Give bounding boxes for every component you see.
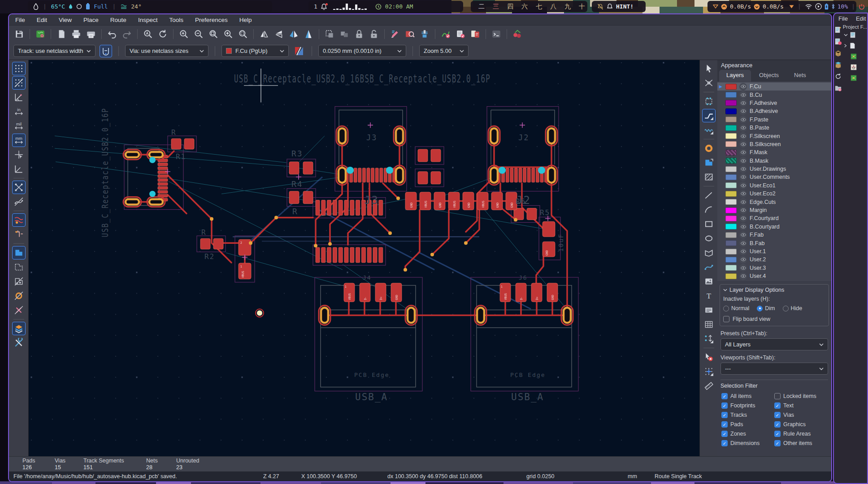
zoom-select[interactable]: Zoom 5.00: [419, 45, 469, 57]
new-project-icon[interactable]: [834, 26, 842, 34]
crosshair-full-toggle[interactable]: [12, 162, 26, 176]
eye-icon[interactable]: [739, 182, 747, 189]
eye-icon[interactable]: [739, 231, 747, 239]
auto-track-width-toggle[interactable]: [100, 45, 112, 57]
eye-icon[interactable]: [739, 83, 747, 91]
filter-other-items[interactable]: ✓Other items: [774, 440, 827, 446]
zones-filled-toggle[interactable]: [12, 246, 26, 259]
eye-icon[interactable]: [739, 207, 747, 214]
draw-circle-tool[interactable]: [702, 232, 716, 245]
board-setup-button[interactable]: [34, 27, 47, 41]
project-tree-sch-file[interactable]: [843, 62, 867, 73]
place-text-tool[interactable]: T: [702, 289, 716, 302]
menu-file[interactable]: File: [15, 17, 25, 23]
high-contrast-mode-button[interactable]: [302, 27, 315, 41]
layer-row-badhesive[interactable]: B.Adhesive: [717, 107, 831, 115]
layer-row-bpaste[interactable]: B.Paste: [717, 124, 831, 132]
filter-all-items[interactable]: ✓All items: [721, 393, 774, 399]
route-tracks-tool[interactable]: [702, 109, 716, 122]
measure-tool[interactable]: [702, 379, 716, 393]
filter-text[interactable]: ✓Text: [774, 402, 827, 409]
plot-button[interactable]: [84, 27, 98, 41]
eye-icon[interactable]: [739, 239, 747, 247]
generate-fab-outputs-button[interactable]: [418, 27, 431, 41]
footprint-diff-button[interactable]: [469, 27, 482, 41]
zoom-fit-objects-button[interactable]: [221, 27, 235, 41]
radio-dim[interactable]: Dim: [757, 305, 775, 311]
layer-pair-indicator[interactable]: [293, 45, 305, 57]
project-menu-file[interactable]: File: [838, 15, 848, 22]
eye-icon[interactable]: [739, 157, 747, 164]
layer-row-bsilkscreen[interactable]: B.Silkscreen: [717, 140, 831, 148]
vias-sketch-toggle[interactable]: [12, 303, 26, 317]
layer-row-fcourtyard[interactable]: F.Courtyard: [717, 214, 831, 222]
filter-dimensions[interactable]: ✓Dimensions: [721, 440, 774, 446]
find-button[interactable]: [141, 27, 155, 41]
sketch-tracks-toggle[interactable]: [12, 228, 26, 241]
wifi-icon[interactable]: [805, 4, 812, 9]
radio-hide[interactable]: Hide: [783, 305, 803, 311]
undo-button[interactable]: [105, 27, 119, 41]
group-items-button[interactable]: [323, 27, 336, 41]
zoom-selection-button[interactable]: [236, 27, 250, 41]
bell-icon[interactable]: [321, 4, 327, 10]
units-mm-toggle[interactable]: mm: [12, 134, 26, 147]
draw-rule-area-tool[interactable]: [702, 170, 716, 184]
menu-place[interactable]: Place: [83, 17, 99, 23]
place-image-tool[interactable]: [702, 275, 716, 288]
layer-row-user2[interactable]: User.2: [717, 255, 831, 264]
menu-inspect[interactable]: Inspect: [138, 17, 158, 23]
zoom-out-button[interactable]: [192, 27, 205, 41]
layer-row-fmask[interactable]: F.Mask: [717, 148, 831, 156]
menu-edit[interactable]: Edit: [37, 17, 47, 23]
layer-row-user4[interactable]: User.4: [717, 272, 831, 280]
project-tree-root[interactable]: [843, 30, 867, 40]
mirror-horizontal-button[interactable]: [272, 27, 286, 41]
layer-row-fsilkscreen[interactable]: F.Silkscreen: [717, 132, 831, 140]
layer-row-bfab[interactable]: B.Fab: [717, 239, 831, 247]
grid-visibility-toggle[interactable]: [12, 62, 26, 75]
zones-fracture-toggle[interactable]: [12, 275, 26, 288]
layer-row-fpaste[interactable]: F.Paste: [717, 116, 831, 124]
layer-row-usereco2[interactable]: User.Eco2: [717, 190, 831, 198]
layer-row-fadhesive[interactable]: F.Adhesive: [717, 99, 831, 107]
zoom-fit-page-button[interactable]: [207, 27, 220, 41]
ratsnest-curved-toggle[interactable]: [12, 195, 26, 208]
filter-zones[interactable]: ✓Zones: [721, 431, 774, 437]
eye-icon[interactable]: [739, 124, 747, 132]
project-menu-edit[interactable]: Edit: [856, 15, 866, 22]
layer-row-bmask[interactable]: B.Mask: [717, 157, 831, 165]
ratsnest-visibility-toggle[interactable]: [12, 181, 26, 194]
presets-select[interactable]: All Layers: [720, 338, 828, 350]
scripting-console-button[interactable]: [490, 27, 503, 41]
ungroup-items-button[interactable]: [338, 27, 351, 41]
page-settings-button[interactable]: [55, 27, 68, 41]
plugin-manager-button[interactable]: [511, 27, 524, 41]
eye-icon[interactable]: [739, 173, 747, 181]
filter-graphics[interactable]: ✓Graphics: [774, 421, 827, 428]
print-button[interactable]: [69, 27, 83, 41]
filter-footprints[interactable]: ✓Footprints: [721, 402, 774, 409]
layer-row-userdrawings[interactable]: User.Drawings: [717, 165, 831, 173]
viewports-select[interactable]: ---: [720, 363, 828, 375]
eye-icon[interactable]: [739, 91, 747, 99]
power-icon[interactable]: [859, 4, 865, 10]
tray-collapse-icon[interactable]: [789, 5, 794, 9]
delete-tool[interactable]: [702, 350, 716, 364]
select-tool[interactable]: [702, 62, 716, 75]
place-footprint-tool[interactable]: [702, 95, 716, 108]
filter-pads[interactable]: ✓Pads: [721, 421, 774, 428]
grid-origin-tool[interactable]: [702, 365, 716, 378]
layer-row-margin[interactable]: Margin: [717, 206, 831, 214]
layer-row-bcu[interactable]: B.Cu: [717, 91, 831, 99]
eye-icon[interactable]: [739, 165, 747, 173]
unlock-button[interactable]: [367, 27, 381, 41]
filter-locked-items[interactable]: Locked items: [774, 393, 827, 399]
refresh-tree-icon[interactable]: [834, 73, 842, 80]
layer-row-edgecuts[interactable]: Edge.Cuts: [717, 198, 831, 206]
grid-select[interactable]: 0.0250 mm (0.0010 in): [318, 45, 406, 57]
board-search-button[interactable]: [403, 27, 417, 41]
place-textbox-tool[interactable]: [702, 303, 716, 317]
flip-board-view-button[interactable]: [287, 27, 300, 41]
layers-display-toggle[interactable]: [12, 322, 26, 335]
